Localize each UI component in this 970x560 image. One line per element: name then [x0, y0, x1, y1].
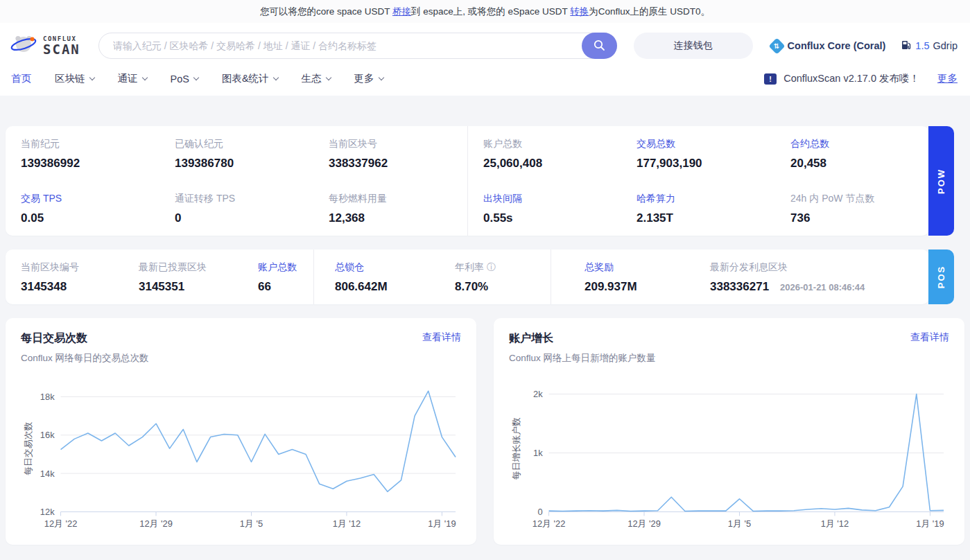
- bridge-link[interactable]: 桥接: [392, 6, 411, 17]
- hash-rate-link[interactable]: 哈希算力: [636, 193, 771, 205]
- top-banner: 您可以将您的core space USDT 桥接到 espace上, 或将您的 …: [0, 0, 970, 23]
- daily-transactions-chart[interactable]: 12k14k16k18k12月 '2212月 '291月 '51月 '121月 …: [21, 374, 461, 539]
- stat-pos-total-accounts: 账户总数 66: [243, 250, 313, 304]
- network-icon: ⇅: [768, 37, 785, 54]
- svg-text:1月 '12: 1月 '12: [821, 518, 849, 529]
- search-button[interactable]: [582, 33, 617, 59]
- info-icon[interactable]: ⓘ: [487, 262, 496, 272]
- stat-hash-rate: 哈希算力 2.135T: [621, 181, 775, 236]
- stat-total-transactions: 交易总数 177,903,190: [621, 126, 775, 181]
- header: CONFLUX SCAN 连接钱包 ⇅ Conflux Core (Coral): [0, 23, 970, 66]
- interest-block-timestamp: 2026-01-21 08:46:44: [780, 282, 865, 292]
- gas-value: 1.5: [915, 40, 929, 51]
- chevron-down-icon: [378, 75, 383, 80]
- nav-item-home[interactable]: 首页: [11, 72, 31, 85]
- stat-pos-total-rewards: 总奖励 209.937M: [551, 250, 695, 304]
- nav-item-more[interactable]: 更多: [354, 72, 383, 85]
- banner-text-mid: 到 espace上, 或将您的 eSpace USDT: [411, 6, 570, 17]
- daily-transactions-subtitle: Conflux 网络每日的交易总次数: [21, 352, 461, 365]
- logo-text-scan: SCAN: [43, 43, 80, 56]
- main-nav: 首页 区块链 通证 PoS 图表&统计 生态 更多 ! ConfluxScan …: [0, 66, 970, 96]
- svg-text:2k: 2k: [533, 389, 543, 399]
- gas-pump-icon: [901, 40, 912, 53]
- chevron-down-icon: [272, 75, 278, 80]
- stat-total-accounts: 账户总数 25,060,408: [467, 126, 621, 181]
- logo-wordmark: CONFLUX SCAN: [43, 36, 80, 56]
- stat-pos-latest-voted-block: 最新已投票区块 3145351: [123, 250, 243, 304]
- stat-gas-per-second: 每秒燃料用量 12,368: [313, 181, 467, 236]
- chevron-down-icon: [325, 75, 331, 80]
- svg-text:0: 0: [537, 507, 542, 517]
- announcement-icon: !: [764, 73, 777, 85]
- stat-pos-apy: 年利率ⓘ 8.70%: [440, 250, 551, 304]
- pos-stats-card: 当前区块编号 3145348 最新已投票区块 3145351 账户总数 66 总…: [6, 250, 929, 304]
- search-icon: [593, 39, 605, 53]
- svg-text:1月 '19: 1月 '19: [916, 518, 944, 529]
- stat-block-interval: 出块间隔 0.55s: [467, 181, 621, 236]
- svg-text:1月 '5: 1月 '5: [728, 518, 751, 529]
- svg-text:每日增长账户数: 每日增长账户数: [511, 417, 521, 480]
- search-input[interactable]: [98, 33, 617, 59]
- stat-total-contracts: 合约总数 20,458: [775, 126, 929, 181]
- account-growth-card: 账户增长 查看详情 Conflux 网络上每日新增的账户数量 01k2k12月 …: [494, 318, 964, 545]
- network-label: Conflux Core (Coral): [788, 40, 886, 51]
- network-selector[interactable]: ⇅ Conflux Core (Coral): [771, 40, 886, 52]
- svg-text:每日交易次数: 每日交易次数: [23, 421, 33, 475]
- block-interval-link[interactable]: 出块间隔: [483, 193, 617, 205]
- svg-text:16k: 16k: [40, 430, 55, 440]
- charts-row: 每日交易次数 查看详情 Conflux 网络每日的交易总次数 12k14k16k…: [6, 318, 964, 545]
- connect-wallet-button[interactable]: 连接钱包: [634, 33, 753, 59]
- total-contracts-link[interactable]: 合约总数: [790, 138, 925, 150]
- announcement-area: ! ConfluxScan v2.17.0 发布喽！ 更多: [764, 72, 958, 85]
- banner-text-pre: 您可以将您的core space USDT: [260, 6, 392, 17]
- pos-apy-link[interactable]: 年利率: [455, 261, 484, 272]
- pow-stats-card: 当前纪元 139386992 已确认纪元 139386780 当前区块号 338…: [6, 126, 929, 236]
- svg-text:12月 '29: 12月 '29: [627, 518, 661, 529]
- confluxscan-logo[interactable]: CONFLUX SCAN: [10, 32, 80, 60]
- stat-token-transfer-tps: 通证转移 TPS 0: [159, 181, 313, 236]
- stat-current-block-number: 当前区块号 338337962: [313, 126, 467, 181]
- pow-tab[interactable]: POW: [928, 126, 954, 236]
- nav-item-charts-stats[interactable]: 图表&统计: [222, 72, 278, 85]
- nav-item-blockchain[interactable]: 区块链: [55, 72, 94, 85]
- stat-pos-total-locked: 总锁仓 806.642M: [313, 250, 440, 304]
- svg-text:12月 '29: 12月 '29: [139, 518, 173, 529]
- stat-pos-current-block: 当前区块编号 3145348: [6, 250, 123, 304]
- nav-item-pos[interactable]: PoS: [171, 73, 198, 85]
- chevron-down-icon: [141, 75, 147, 80]
- svg-text:1月 '5: 1月 '5: [240, 518, 263, 529]
- announcement-text: ConfluxScan v2.17.0 发布喽！: [783, 72, 919, 85]
- account-growth-subtitle: Conflux 网络上每日新增的账户数量: [509, 352, 949, 365]
- gas-price-indicator[interactable]: 1.5 Gdrip: [901, 40, 958, 53]
- svg-text:1月 '19: 1月 '19: [428, 518, 456, 529]
- planet-logo-icon: [10, 32, 37, 60]
- nav-item-ecosystem[interactable]: 生态: [302, 72, 331, 85]
- total-transactions-link[interactable]: 交易总数: [636, 138, 771, 150]
- svg-text:18k: 18k: [40, 392, 55, 402]
- account-growth-detail-link[interactable]: 查看详情: [910, 331, 949, 344]
- chevron-down-icon: [89, 75, 94, 80]
- announcement-more-link[interactable]: 更多: [937, 72, 958, 85]
- pos-total-locked-link[interactable]: 总锁仓: [335, 261, 435, 274]
- search-bar: [98, 33, 617, 59]
- pos-total-rewards-link[interactable]: 总奖励: [584, 261, 691, 274]
- svg-text:14k: 14k: [40, 469, 55, 479]
- daily-transactions-card: 每日交易次数 查看详情 Conflux 网络每日的交易总次数 12k14k16k…: [6, 318, 476, 545]
- chevron-down-icon: [193, 75, 199, 80]
- convert-link[interactable]: 转换: [570, 6, 589, 17]
- pos-tab[interactable]: POS: [928, 250, 954, 304]
- svg-text:1月 '12: 1月 '12: [333, 518, 361, 529]
- stat-transaction-tps: 交易 TPS 0.05: [6, 181, 159, 236]
- daily-transactions-detail-link[interactable]: 查看详情: [422, 331, 461, 344]
- stat-pow-nodes-24h: 24h 内 PoW 节点数 736: [775, 181, 929, 236]
- stat-current-epoch: 当前纪元 139386992: [6, 126, 159, 181]
- nav-item-tokens[interactable]: 通证: [118, 72, 147, 85]
- pos-stats-section: POS 当前区块编号 3145348 最新已投票区块 3145351 账户总数 …: [6, 250, 964, 304]
- transaction-tps-link[interactable]: 交易 TPS: [21, 193, 155, 205]
- account-growth-chart[interactable]: 01k2k12月 '2212月 '291月 '51月 '121月 '19每日增长…: [509, 374, 949, 539]
- pos-total-accounts-link[interactable]: 账户总数: [258, 261, 309, 274]
- banner-text-post: 为Conflux上的原生 USDT0。: [589, 6, 710, 17]
- gas-unit: Gdrip: [933, 40, 958, 51]
- page-body: POW 当前纪元 139386992 已确认纪元 139386780 当前区块号…: [0, 96, 970, 554]
- svg-text:12月 '22: 12月 '22: [532, 518, 566, 529]
